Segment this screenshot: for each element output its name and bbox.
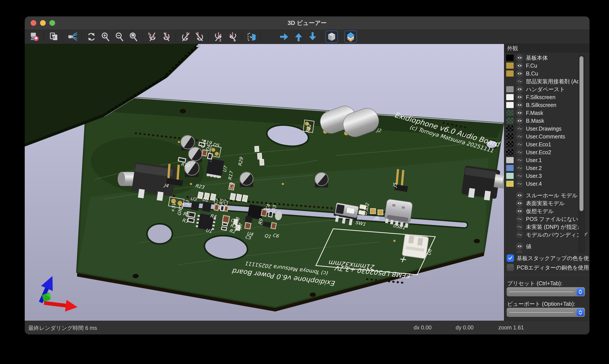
viewport-dropdown[interactable] xyxy=(507,308,585,317)
window-title: 3D ビューアー xyxy=(25,16,590,29)
axis-gizmo xyxy=(35,273,78,313)
layer-row[interactable]: B.Silkscreen xyxy=(505,101,590,109)
layer-row[interactable]: POS ファイルにないモ xyxy=(505,215,590,223)
layer-row[interactable]: 部品実装用接着剤 (Adh xyxy=(505,78,590,85)
render-view-button[interactable] xyxy=(66,31,78,43)
viewport-3d[interactable]: Exidiophone v6.0 Audio Board (c) Tomoya … xyxy=(25,44,504,321)
layer-row[interactable] xyxy=(505,250,590,253)
layer-row[interactable]: User.Eco1 xyxy=(505,141,590,148)
preset-dropdown[interactable] xyxy=(507,287,585,296)
rotate-y-cw-button[interactable]: Y xyxy=(179,31,192,43)
visibility-eye-icon[interactable] xyxy=(516,133,523,140)
move-left-button[interactable] xyxy=(264,31,277,43)
zoom-in-button[interactable] xyxy=(99,31,112,43)
visibility-eye-icon[interactable] xyxy=(516,125,523,132)
rotate-z-ccw-button[interactable]: Z xyxy=(226,31,239,43)
dropdown-stepper-icon[interactable] xyxy=(577,309,584,316)
layer-label: 未実装 (DNP) が指定さ xyxy=(526,223,583,231)
visibility-eye-icon[interactable] xyxy=(516,141,523,148)
redraw-button[interactable] xyxy=(85,31,98,43)
render-time-status: 最終レンダリング時間 6 ms xyxy=(28,325,97,332)
visibility-eye-icon[interactable] xyxy=(516,149,523,156)
visibility-eye-icon[interactable] xyxy=(516,231,523,238)
rotate-x-cw-button[interactable]: X xyxy=(146,31,159,43)
layer-row[interactable]: 基板本体 xyxy=(505,54,590,62)
visibility-eye-icon[interactable] xyxy=(516,117,523,124)
flip-board-button[interactable] xyxy=(246,31,258,43)
visibility-eye-icon[interactable] xyxy=(516,192,523,199)
use-stackup-colors-checkbox[interactable]: 基板スタックアップの色を使用 xyxy=(507,254,590,262)
layer-list-scrollbar[interactable] xyxy=(579,55,585,252)
layer-row[interactable]: B.Cu xyxy=(505,70,590,78)
layer-label: 表面実装モデル xyxy=(526,200,565,207)
layer-label: User.3 xyxy=(526,173,542,179)
layer-row[interactable]: User.Eco2 xyxy=(505,148,590,156)
zoom-out-button[interactable] xyxy=(113,31,126,43)
layer-row[interactable]: F.Mask xyxy=(505,109,590,117)
visibility-eye-icon[interactable] xyxy=(516,199,523,207)
visibility-eye-icon[interactable] xyxy=(516,243,523,250)
layer-row[interactable]: User.1 xyxy=(505,156,590,164)
layer-color-swatch xyxy=(506,118,514,124)
scrollbar-thumb[interactable] xyxy=(580,56,583,211)
layer-label: User.Eco1 xyxy=(526,141,551,148)
appearance-manager-toggle[interactable] xyxy=(345,31,357,43)
layer-label: POS ファイルにないモ xyxy=(526,215,584,223)
layer-label: F.Cu xyxy=(526,63,537,69)
layer-row[interactable]: F.Silkscreen xyxy=(505,93,590,101)
visibility-eye-icon[interactable] xyxy=(516,109,523,117)
arrow-up-icon xyxy=(294,32,304,42)
layer-row[interactable]: F.Cu xyxy=(505,62,590,70)
layer-row[interactable]: モデルのバウンディング xyxy=(505,231,590,239)
rotate-x-ccw-button[interactable]: X xyxy=(160,31,173,43)
visibility-eye-icon[interactable] xyxy=(516,250,523,253)
rotate-y-ccw-button[interactable]: Y xyxy=(193,31,206,43)
layer-row[interactable]: User.Comments xyxy=(505,132,590,141)
layer-row[interactable]: User.4 xyxy=(505,180,590,188)
visibility-eye-icon[interactable] xyxy=(516,180,523,187)
rotate-z-ccw-icon: Z xyxy=(228,32,238,42)
toolbar-separator xyxy=(176,32,176,41)
rotate-z-cw-button[interactable]: Z xyxy=(212,31,225,43)
visibility-eye-icon[interactable] xyxy=(516,101,523,109)
visibility-eye-icon[interactable] xyxy=(516,223,523,231)
layer-row[interactable]: ハンダペースト xyxy=(505,85,590,93)
visibility-eye-icon[interactable] xyxy=(516,215,523,223)
move-right-button[interactable] xyxy=(278,31,291,43)
move-down-button[interactable] xyxy=(307,31,319,43)
checkbox-checked-icon[interactable] xyxy=(507,254,514,262)
layer-row[interactable]: 未実装 (DNP) が指定さ xyxy=(505,223,590,231)
layer-row[interactable]: User.3 xyxy=(505,172,590,180)
flip-board-icon xyxy=(246,32,257,42)
visibility-eye-icon[interactable] xyxy=(516,93,523,101)
copy-image-button[interactable] xyxy=(47,31,60,43)
layer-row[interactable]: User.2 xyxy=(505,164,590,172)
layer-row[interactable]: User.Drawings xyxy=(505,125,590,132)
dropdown-stepper-icon[interactable] xyxy=(577,288,584,296)
zoom-fit-icon xyxy=(129,32,139,42)
visibility-eye-icon[interactable] xyxy=(516,70,523,77)
zoom-to-fit-button[interactable] xyxy=(127,31,140,43)
use-pcb-editor-copper-checkbox[interactable]: PCBエディターの銅色を使用 xyxy=(507,264,589,271)
visibility-eye-icon[interactable] xyxy=(516,78,523,85)
layer-row[interactable]: 表面実装モデル xyxy=(505,199,590,207)
layer-color-swatch xyxy=(506,165,514,171)
layer-row[interactable]: スルーホール モデル xyxy=(505,191,590,199)
visibility-eye-icon[interactable] xyxy=(516,62,523,69)
layer-row[interactable]: 値 xyxy=(505,242,590,250)
toolbar-separator xyxy=(82,32,82,41)
visibility-eye-icon[interactable] xyxy=(516,86,523,93)
visibility-eye-icon[interactable] xyxy=(516,164,523,172)
visibility-eye-icon[interactable] xyxy=(516,172,523,180)
visibility-eye-icon[interactable] xyxy=(516,156,523,164)
layer-color-swatch xyxy=(506,181,514,187)
checkbox-unchecked-icon[interactable] xyxy=(507,264,514,271)
visibility-eye-icon[interactable] xyxy=(516,54,523,62)
visibility-eye-icon[interactable] xyxy=(516,207,523,215)
move-up-button[interactable] xyxy=(292,31,305,43)
orthographic-projection-toggle[interactable] xyxy=(325,31,338,43)
layer-row[interactable]: B.Mask xyxy=(505,117,590,125)
layer-row[interactable]: 仮想モデル xyxy=(505,207,590,215)
reload-board-button[interactable] xyxy=(28,31,40,43)
titlebar[interactable]: 3D ビューアー xyxy=(25,16,590,30)
